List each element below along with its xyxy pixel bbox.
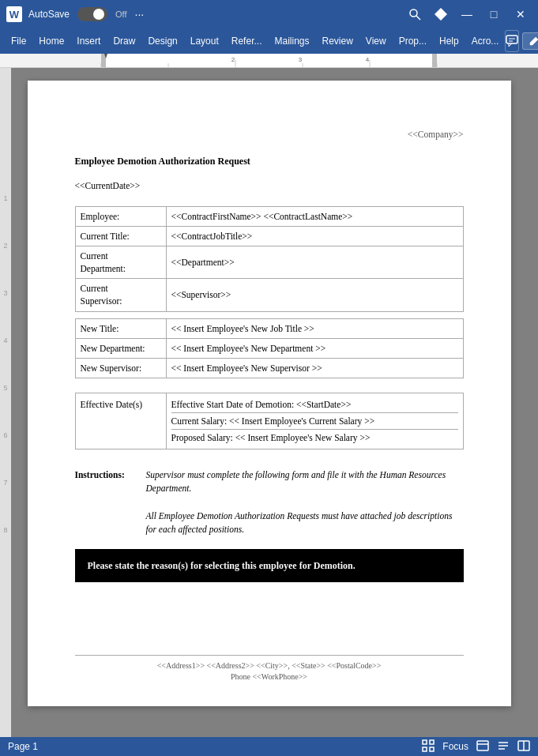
close-button[interactable]: ✕: [510, 3, 532, 25]
margin-mark: 3: [3, 289, 7, 297]
instructions-section: Instructions: Supervisor must complete t…: [75, 468, 464, 536]
margin-mark: 1: [3, 194, 7, 202]
svg-rect-25: [477, 741, 488, 750]
menu-design[interactable]: Design: [141, 32, 183, 50]
word-icon: W: [6, 6, 22, 22]
page-indicator: Page 1: [8, 741, 38, 752]
effective-inner-table: Effective Start Date of Demotion: <<Star…: [171, 397, 458, 446]
menu-help[interactable]: Help: [433, 32, 465, 50]
menu-review[interactable]: Review: [315, 32, 359, 50]
new-dept-value: << Insert Employee's New Department >>: [166, 338, 463, 358]
document-area: 1 2 3 4 5 6 7 8 <<Company>> Employee Dem…: [0, 68, 538, 737]
table-row: Employee: <<ContractFirstName>> <<Contra…: [75, 206, 463, 226]
current-dept-label: CurrentDepartment:: [75, 246, 166, 279]
menu-draw[interactable]: Draw: [107, 32, 141, 50]
current-supervisor-label: CurrentSupervisor:: [75, 279, 166, 311]
layout-view-icon[interactable]: [476, 739, 489, 754]
maximize-button[interactable]: □: [483, 3, 505, 25]
svg-text:2: 2: [231, 56, 235, 63]
svg-rect-24: [430, 747, 434, 751]
blank-writing-area[interactable]: [75, 595, 464, 658]
minimize-button[interactable]: —: [456, 3, 478, 25]
table-row: CurrentDepartment: <<Department>>: [75, 246, 463, 279]
svg-text:4: 4: [366, 56, 370, 63]
table-row: Current Salary: << Insert Employee's Cur…: [171, 412, 458, 429]
employee-info-table: Employee: <<ContractFirstName>> <<Contra…: [75, 206, 464, 378]
menu-file[interactable]: File: [5, 32, 32, 50]
autosave-label: AutoSave: [28, 9, 70, 20]
new-title-label: New Title:: [75, 318, 166, 338]
instructions-content: Supervisor must complete the following f…: [146, 468, 464, 536]
current-title-label: Current Title:: [75, 227, 166, 246]
instructions-text-1: Supervisor must complete the following f…: [146, 468, 464, 496]
instructions-text-2: All Employee Demotion Authorization Requ…: [146, 510, 464, 537]
menu-acrobat[interactable]: Acro...: [465, 32, 506, 50]
effective-dates-values: Effective Start Date of Demotion: <<Star…: [166, 393, 463, 449]
statusbar-right: Focus: [422, 739, 530, 754]
table-row: Current Title: <<ContractJobTitle>>: [75, 227, 463, 246]
editing-mode-button[interactable]: Editing ▾: [522, 32, 538, 50]
company-value: <<Company>>: [408, 130, 464, 139]
menu-references[interactable]: Refer...: [225, 32, 269, 50]
ruler: 2 3 4 5: [0, 54, 538, 68]
more-options-dots[interactable]: ···: [135, 8, 145, 21]
table-row: Effective Date(s) Effective Start Date o…: [75, 393, 463, 449]
new-supervisor-value: << Insert Employee's New Supervisor >>: [166, 358, 463, 378]
new-dept-label: New Department:: [75, 338, 166, 358]
toggle-off-label: Off: [115, 9, 126, 19]
designer-icon[interactable]: [432, 6, 450, 23]
current-date-field: <<CurrentDate>>: [75, 179, 464, 192]
highlight-text: Please state the reason(s) for selecting…: [88, 560, 356, 571]
effective-dates-table: Effective Date(s) Effective Start Date o…: [75, 393, 464, 449]
read-mode-icon[interactable]: [497, 739, 510, 754]
web-layout-icon[interactable]: [517, 739, 530, 754]
menu-mailings[interactable]: Mailings: [268, 32, 315, 50]
margin-mark: 6: [3, 431, 7, 439]
table-row: [75, 311, 463, 318]
table-row: New Supervisor: << Insert Employee's New…: [75, 358, 463, 378]
svg-rect-19: [432, 54, 437, 68]
svg-rect-23: [423, 747, 427, 751]
menu-view[interactable]: View: [359, 32, 393, 50]
employee-value: <<ContractFirstName>> <<ContractLastName…: [166, 206, 463, 226]
table-row: New Department: << Insert Employee's New…: [75, 338, 463, 358]
table-row: Effective Start Date of Demotion: <<Star…: [171, 397, 458, 413]
comment-button[interactable]: [505, 30, 519, 52]
svg-point-0: [410, 9, 417, 17]
focus-label[interactable]: Focus: [442, 741, 468, 752]
effective-start-value: Effective Start Date of Demotion: <<Star…: [171, 397, 458, 413]
svg-text:3: 3: [299, 56, 303, 63]
effective-current-salary: Current Salary: << Insert Employee's Cur…: [171, 412, 458, 429]
menu-layout[interactable]: Layout: [184, 32, 225, 50]
svg-line-1: [416, 16, 420, 20]
footer-phone: Phone <<WorkPhone>>: [75, 671, 464, 683]
employee-label: Employee:: [75, 206, 166, 226]
focus-mode-icon[interactable]: [422, 739, 435, 754]
margin-mark: 2: [3, 242, 7, 250]
svg-rect-21: [423, 740, 427, 744]
company-header: <<Company>>: [75, 128, 464, 141]
table-row: CurrentSupervisor: <<Supervisor>>: [75, 279, 463, 311]
svg-rect-3: [506, 36, 517, 43]
menu-properties[interactable]: Prop...: [393, 32, 433, 50]
table-row: New Title: << Insert Employee's New Job …: [75, 318, 463, 338]
footer-address: <<Address1>> <<Address2>> <<City>>, <<St…: [75, 660, 464, 671]
margin-mark: 7: [3, 479, 7, 487]
current-title-value: <<ContractJobTitle>>: [166, 227, 463, 246]
table-row: Proposed Salary: << Insert Employee's Ne…: [171, 430, 458, 446]
svg-rect-22: [430, 740, 434, 744]
menu-insert[interactable]: Insert: [70, 32, 107, 50]
svg-marker-2: [435, 8, 447, 21]
statusbar: Page 1 Focus: [0, 737, 538, 756]
document-page[interactable]: <<Company>> Employee Demotion Authorizat…: [28, 81, 511, 706]
menu-home[interactable]: Home: [32, 32, 70, 50]
margin-mark: 8: [3, 526, 7, 534]
instructions-label: Instructions:: [75, 468, 138, 536]
left-margin-bar: 1 2 3 4 5 6 7 8: [0, 68, 11, 737]
menubar: File Home Insert Draw Design Layout Refe…: [0, 28, 538, 54]
margin-mark: 4: [3, 337, 7, 344]
new-supervisor-label: New Supervisor:: [75, 358, 166, 378]
document-title-text: Employee Demotion Authorization Request: [75, 155, 464, 168]
search-button[interactable]: [404, 3, 426, 25]
autosave-toggle[interactable]: [77, 7, 107, 21]
